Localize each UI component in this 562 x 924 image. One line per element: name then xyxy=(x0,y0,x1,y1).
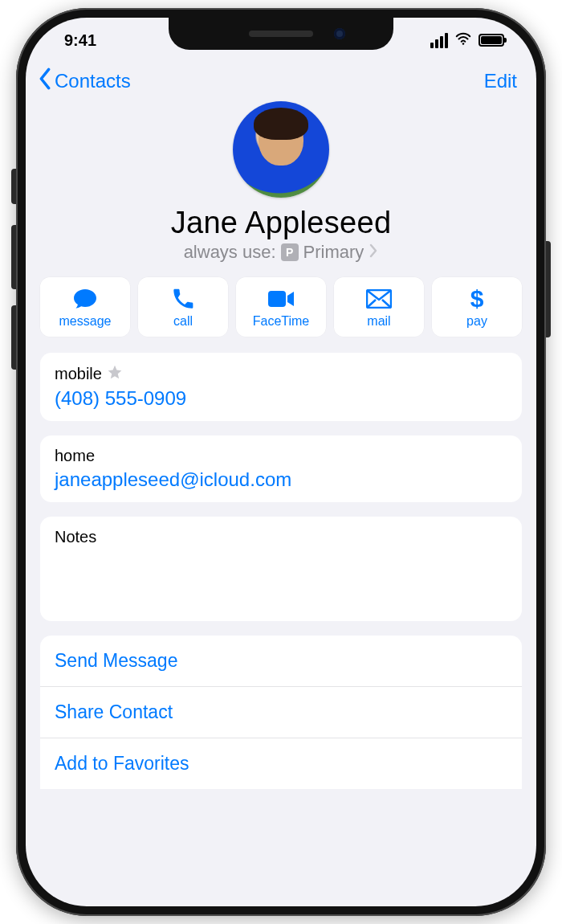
primary-badge-icon: P xyxy=(281,243,299,261)
back-button[interactable]: Contacts xyxy=(37,67,131,95)
email-value: janeappleseed@icloud.com xyxy=(55,468,507,491)
dollar-icon: $ xyxy=(469,287,485,311)
contact-name: Jane Appleseed xyxy=(42,206,520,240)
status-indicators xyxy=(430,30,504,51)
chevron-right-icon xyxy=(369,242,378,263)
battery-icon xyxy=(479,34,504,47)
message-label: message xyxy=(59,314,112,329)
back-label: Contacts xyxy=(55,70,131,92)
svg-rect-1 xyxy=(268,291,286,307)
svg-text:$: $ xyxy=(470,286,484,312)
cellular-icon xyxy=(430,33,448,48)
call-button[interactable]: call xyxy=(138,277,228,337)
message-button[interactable]: message xyxy=(40,277,130,337)
send-message-row[interactable]: Send Message xyxy=(40,636,522,687)
pay-button[interactable]: $ pay xyxy=(432,277,522,337)
notes-label: Notes xyxy=(55,528,96,546)
phone-card[interactable]: mobile (408) 555-0909 xyxy=(40,353,522,421)
mail-button[interactable]: mail xyxy=(334,277,424,337)
phone-value: (408) 555-0909 xyxy=(55,387,507,410)
add-favorites-row[interactable]: Add to Favorites xyxy=(40,738,522,789)
wifi-icon xyxy=(454,30,472,51)
star-icon xyxy=(107,364,123,384)
edit-button[interactable]: Edit xyxy=(484,70,517,92)
email-card[interactable]: home janeappleseed@icloud.com xyxy=(40,435,522,502)
mail-icon xyxy=(366,287,392,311)
always-use-label: always use: xyxy=(184,242,276,263)
facetime-label: FaceTime xyxy=(253,314,310,329)
phone-icon xyxy=(172,287,194,311)
status-time: 9:41 xyxy=(64,31,96,50)
notes-card[interactable]: Notes xyxy=(40,517,522,621)
avatar[interactable] xyxy=(233,101,329,198)
email-label: home xyxy=(55,447,95,465)
default-line-row[interactable]: always use: P Primary xyxy=(42,242,520,263)
video-icon xyxy=(267,287,295,311)
primary-label: Primary xyxy=(303,242,364,263)
call-label: call xyxy=(173,314,193,329)
phone-label: mobile xyxy=(55,365,102,383)
svg-point-0 xyxy=(462,43,465,45)
chevron-left-icon xyxy=(37,67,53,95)
pay-label: pay xyxy=(466,314,487,329)
mail-label: mail xyxy=(367,314,390,329)
message-icon xyxy=(72,287,98,311)
share-contact-row[interactable]: Share Contact xyxy=(40,687,522,738)
facetime-button[interactable]: FaceTime xyxy=(236,277,326,337)
